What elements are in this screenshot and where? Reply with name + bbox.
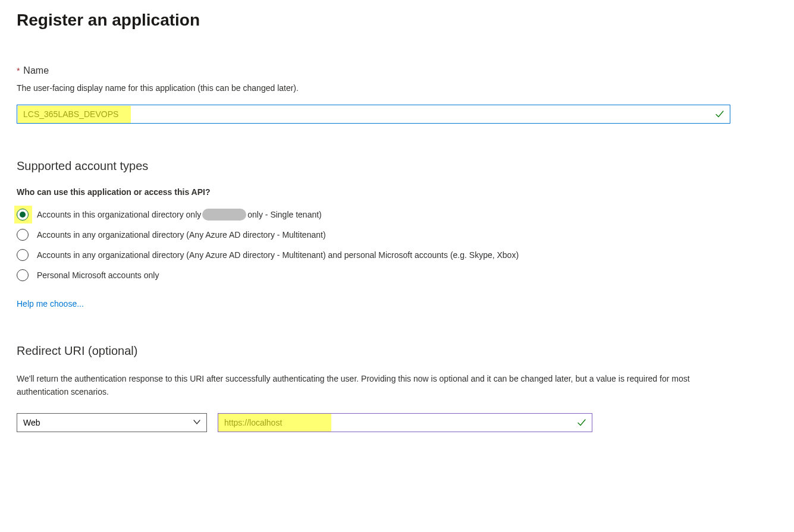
checkmark-icon <box>715 109 724 119</box>
radio-button-icon <box>17 209 29 221</box>
redirect-uri-input[interactable] <box>218 413 592 432</box>
account-types-radio-group: Accounts in this organizational director… <box>17 209 777 281</box>
radio-msa-only[interactable]: Personal Microsoft accounts only <box>17 269 777 281</box>
redacted-text <box>202 209 246 221</box>
redirect-uri-heading: Redirect URI (optional) <box>17 344 777 358</box>
account-types-heading: Supported account types <box>17 159 777 173</box>
name-field-description: The user-facing display name for this ap… <box>17 83 777 93</box>
name-field-label: * Name <box>17 66 49 75</box>
page-title: Register an application <box>17 11 777 30</box>
redirect-uri-description: We'll return the authentication response… <box>17 372 718 399</box>
radio-button-icon <box>17 249 29 261</box>
radio-any-org-msa[interactable]: Accounts in any organizational directory… <box>17 249 777 261</box>
radio-label: Accounts in this organizational director… <box>37 209 322 221</box>
name-input[interactable] <box>17 105 730 124</box>
help-me-choose-link[interactable]: Help me choose... <box>17 299 84 309</box>
radio-single-tenant[interactable]: Accounts in this organizational director… <box>17 209 777 221</box>
required-asterisk: * <box>17 66 20 75</box>
checkmark-icon <box>577 418 586 427</box>
radio-label: Personal Microsoft accounts only <box>37 270 159 280</box>
radio-label: Accounts in any organizational directory… <box>37 250 519 260</box>
radio-button-icon <box>17 269 29 281</box>
account-types-question: Who can use this application or access t… <box>17 187 777 197</box>
radio-button-icon <box>17 229 29 241</box>
radio-any-org[interactable]: Accounts in any organizational directory… <box>17 229 777 241</box>
radio-label: Accounts in any organizational directory… <box>37 230 326 240</box>
platform-select[interactable]: Web <box>17 413 207 432</box>
